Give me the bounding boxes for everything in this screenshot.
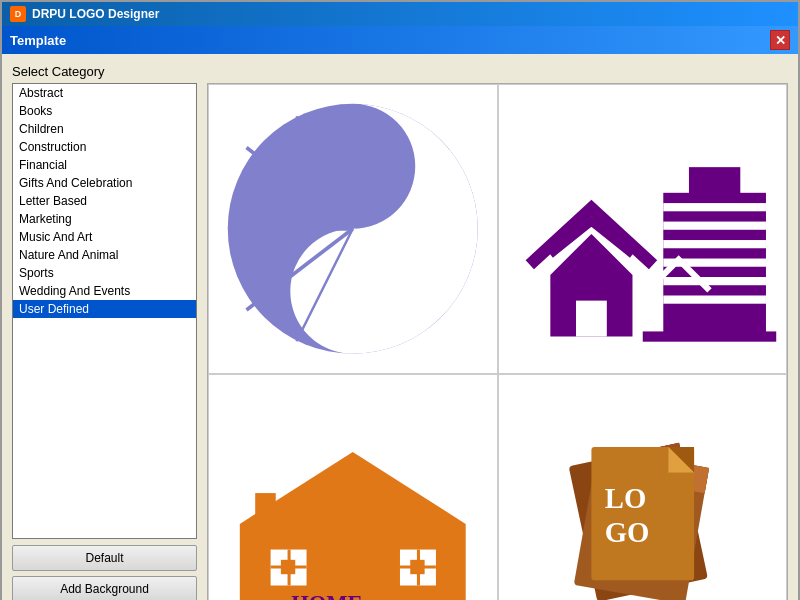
category-item-letter[interactable]: Letter Based <box>13 192 196 210</box>
app-icon: D <box>10 6 26 22</box>
svg-text:GO: GO <box>604 516 649 548</box>
dialog-title-bar: Template ✕ <box>2 26 798 54</box>
category-item-financial[interactable]: Financial <box>13 156 196 174</box>
svg-rect-13 <box>663 240 766 248</box>
add-background-button[interactable]: Add Background <box>12 576 197 600</box>
template-cell-logo[interactable]: LO GO <box>498 374 788 601</box>
svg-point-1 <box>334 148 372 186</box>
left-panel: AbstractBooksChildrenConstructionFinanci… <box>12 83 197 600</box>
app-title: DRPU LOGO Designer <box>32 7 159 21</box>
svg-rect-11 <box>663 203 766 211</box>
svg-rect-15 <box>663 277 766 285</box>
svg-rect-16 <box>663 295 766 303</box>
svg-rect-17 <box>688 167 739 196</box>
dialog-close-button[interactable]: ✕ <box>770 30 790 50</box>
main-window: D DRPU LOGO Designer Template ✕ Select C… <box>0 0 800 600</box>
dialog-title: Template <box>10 33 66 48</box>
category-item-sports[interactable]: Sports <box>13 264 196 282</box>
template-cell-building[interactable] <box>498 84 788 374</box>
category-item-nature[interactable]: Nature And Animal <box>13 246 196 264</box>
category-item-music[interactable]: Music And Art <box>13 228 196 246</box>
template-grid: HOME ENTERPRIS <box>207 83 788 600</box>
default-button[interactable]: Default <box>12 545 197 571</box>
main-content: AbstractBooksChildrenConstructionFinanci… <box>12 83 788 600</box>
category-item-children[interactable]: Children <box>13 120 196 138</box>
button-group: Default Add Background Add Color Create … <box>12 545 197 600</box>
template-cell-fish[interactable] <box>208 84 498 374</box>
category-item-wedding[interactable]: Wedding And Events <box>13 282 196 300</box>
category-item-marketing[interactable]: Marketing <box>13 210 196 228</box>
category-item-books[interactable]: Books <box>13 102 196 120</box>
template-svg-logo: LO GO <box>499 375 787 601</box>
select-category-label: Select Category <box>12 64 788 79</box>
svg-text:HOME: HOME <box>291 591 362 600</box>
category-item-user_defined[interactable]: User Defined <box>13 300 196 318</box>
svg-rect-18 <box>642 331 775 341</box>
svg-text:LO: LO <box>604 482 646 514</box>
svg-rect-12 <box>663 222 766 230</box>
category-item-construction[interactable]: Construction <box>13 138 196 156</box>
category-item-gifts[interactable]: Gifts And Celebration <box>13 174 196 192</box>
category-list[interactable]: AbstractBooksChildrenConstructionFinanci… <box>12 83 197 539</box>
template-cell-home[interactable]: HOME ENTERPRIS <box>208 374 498 601</box>
svg-rect-9 <box>576 301 607 337</box>
dialog-body: Select Category AbstractBooksChildrenCon… <box>2 54 798 600</box>
template-svg-fish <box>209 85 497 373</box>
category-item-abstract[interactable]: Abstract <box>13 84 196 102</box>
svg-rect-20 <box>255 493 276 534</box>
app-title-bar: D DRPU LOGO Designer <box>2 2 798 26</box>
template-svg-building <box>499 85 787 373</box>
template-svg-home: HOME ENTERPRIS <box>209 375 497 601</box>
svg-point-2 <box>334 273 372 311</box>
